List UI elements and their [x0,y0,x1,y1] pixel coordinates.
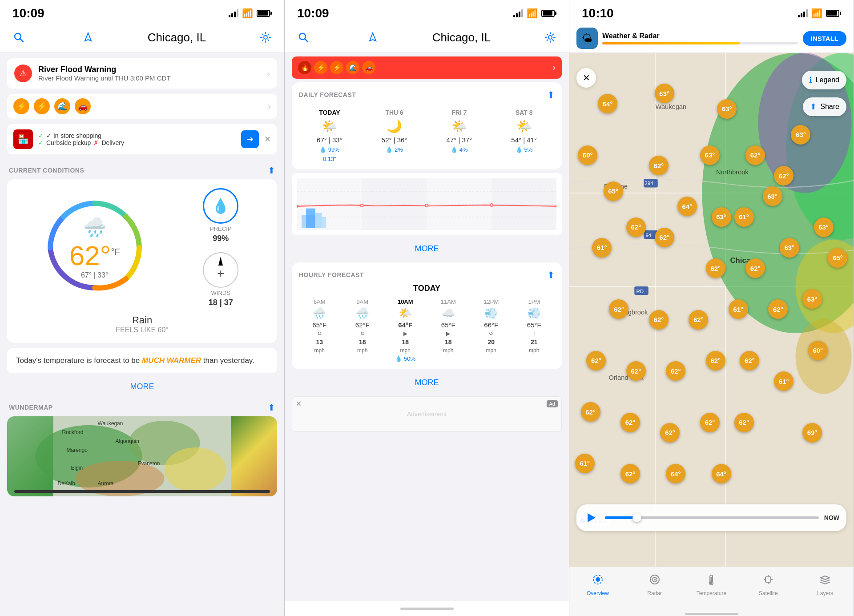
tab-radar[interactable]: Radar [626,571,683,599]
more-button-daily[interactable]: MORE [285,239,569,259]
event-icons-row[interactable]: ⚡ ⚡ 🌊 🚗 › [7,94,277,119]
map-slider[interactable] [14,490,270,493]
tab-layers[interactable]: Layers [797,571,854,599]
settings-button-1[interactable] [256,28,275,47]
install-button[interactable]: INSTALL [803,31,846,46]
app-install-bar: 🌤 Weather & Radar INSTALL [569,24,854,53]
status-bar-2: 10:09 📶 [285,0,569,24]
search-button-1[interactable] [9,28,28,47]
search-button-2[interactable] [294,28,313,47]
nav-title-1: Chicago, IL [148,31,206,44]
hour-wind-val-11am: 18 [445,338,452,346]
tab-satellite[interactable]: Satellite [740,571,797,599]
play-button[interactable] [584,510,600,526]
wifi-icon-2: 📶 [527,8,538,19]
temp-dot: 62° [626,217,646,237]
svg-text:Rockford: Rockford [62,429,84,435]
day-precip-sat: 💧 5% [516,146,532,153]
ad-close-button[interactable]: ✕ [264,134,271,144]
hour-wind-val-9am: 18 [359,338,366,346]
conditions-widget: 🌧️ 62° °F 67° | 33° 💧 PRECIP [7,179,277,343]
temp-dot: 60° [808,341,828,360]
warning-strip[interactable]: 🔥 ⚡ ⚡ 🌊 🚗 › [292,56,562,79]
hour-icon-10am: 🌤️ [399,307,412,319]
alert-banner[interactable]: ⚠ River Flood Warning River Flood Warnin… [7,58,277,89]
map-container[interactable]: Waukegan Northbrook Palatine Chicago Bol… [569,53,854,567]
location-button-2[interactable] [363,28,383,47]
panel1-scroll[interactable]: ⚠ River Flood Warning River Flood Warnin… [0,53,284,616]
ad-arrow-button[interactable]: ➜ [241,130,259,148]
svg-rect-66 [765,577,771,582]
wifi-icon-3: 📶 [811,8,822,19]
feels-like: FEELS LIKE 60° [16,326,268,334]
wundermap-widget[interactable]: Rockford Waukegan Marengo Algonquin Elgi… [7,416,277,496]
svg-line-17 [305,39,308,42]
signal-icon-3 [798,9,808,17]
share-button[interactable]: ⬆ Share [803,97,846,116]
weather-icon: 🌧️ [83,216,106,238]
more-button-hourly[interactable]: MORE [285,373,569,393]
svg-line-1 [20,39,23,42]
alert-chevron-icon: › [267,68,270,79]
ad-banner: 🏪 ✓ ✓ In-store shopping ✓ Curbside picku… [7,124,277,154]
slider-thumb[interactable] [632,513,641,522]
hour-col-9am: 9AM 🌧️ 62°F ↻ 18 mph [342,298,383,362]
more-button-1[interactable]: MORE [0,377,284,397]
tab-temperature[interactable]: Temperature [683,571,740,599]
hourly-section-title: HOURLY FORECAST [299,271,364,278]
hour-label-10am: 10AM [398,298,413,305]
panel2-scroll[interactable]: 🔥 ⚡ ⚡ 🌊 🚗 › DAILY FORECAST ⬆ TODAY 🌤️ 67… [285,53,569,601]
now-label: NOW [824,514,839,521]
tab-overview[interactable]: Overview [569,571,626,599]
status-time-1: 10:09 [12,6,44,20]
daily-share-button[interactable]: ⬆ [547,89,555,100]
panel-2: 10:09 📶 Chic [285,0,569,616]
panel-1: 10:09 📶 Chic [0,0,285,616]
svg-rect-27 [306,209,315,228]
location-button-1[interactable] [78,28,98,47]
day-icon-thu: 🌙 [387,119,402,133]
status-icons-1: 📶 [229,8,272,19]
svg-text:DeKalb: DeKalb [58,480,76,487]
hourly-share-button[interactable]: ⬆ [547,270,555,280]
legend-button[interactable]: ℹ Legend [802,71,846,89]
svg-text:Elgin: Elgin [71,465,83,471]
temp-dot: 64° [712,464,731,483]
hour-wind-val-12pm: 20 [487,338,495,346]
timeline-bar[interactable]: NOW [576,504,846,531]
home-indicator-2 [285,601,569,616]
temp-dot: 63° [791,125,810,145]
day-col-sat: SAT 8 🌤️ 54° | 41° 💧 5% [493,109,555,162]
ad-line-2: ✓ Curbside pickup ✗ Delivery [38,139,236,146]
conditions-share-button[interactable]: ⬆ [268,165,275,176]
temp-dot: 63° [802,289,822,309]
wundermap-title: WUNDERMAP [9,404,53,411]
svg-text:Algonquin: Algonquin [116,438,139,444]
temp-dot: 62° [609,299,628,319]
conditions-title: CURRENT CONDITIONS [9,167,84,174]
day-name-today: TODAY [319,109,340,116]
svg-point-18 [548,36,552,39]
timeline-slider[interactable] [605,516,819,519]
day-col-fri: FRI 7 🌤️ 47° | 37° 💧 4% [429,109,490,162]
status-time-3: 10:10 [582,6,614,20]
settings-button-2[interactable] [540,28,560,47]
status-icons-2: 📶 [513,8,556,19]
map-close-button[interactable]: ✕ [576,68,596,88]
temp-dot: 62° [740,351,759,370]
compass-plus-icon: + [217,266,224,281]
day-name-fri: FRI 7 [451,109,467,116]
day-col-today: TODAY 🌤️ 67° | 33° 💧 99% 0.13" [299,109,360,162]
close-icon: ✕ [583,72,590,83]
event-icon-2: ⚡ [34,98,50,114]
temp-dot: 63° [700,145,720,165]
winds-value: 18 | 37 [209,298,233,307]
hour-col-11am: 11AM ☁️ 65°F ▶ 18 mph [428,298,469,362]
wundermap-share-button[interactable]: ⬆ [268,402,275,413]
ad-close-button-2[interactable]: ✕ [296,399,302,408]
svg-point-57 [596,577,600,582]
temp-dot: 64° [666,464,685,483]
hour-wind-dir-10am: ▶ [403,330,407,337]
home-indicator-3 [569,612,854,616]
winds-label: WINDS [211,290,230,296]
